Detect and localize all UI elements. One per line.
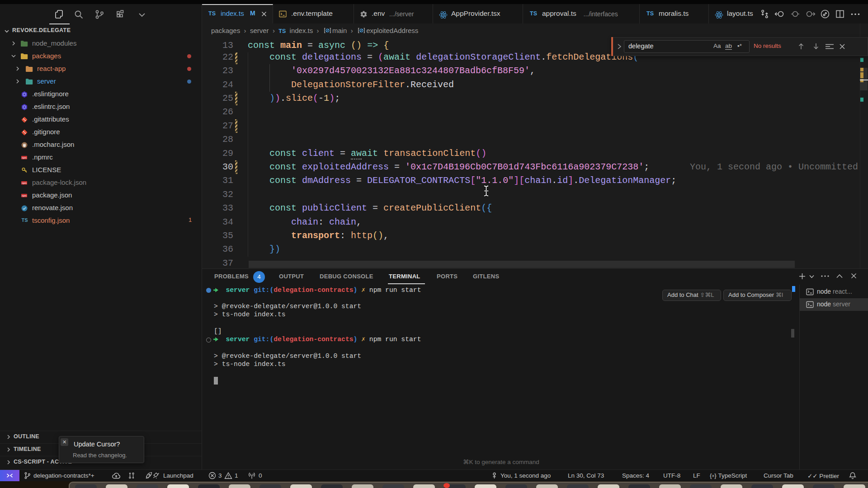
svg-text:npm: npm <box>22 194 27 197</box>
svg-text:npm: npm <box>22 182 27 184</box>
svg-text:npm: npm <box>22 156 27 159</box>
